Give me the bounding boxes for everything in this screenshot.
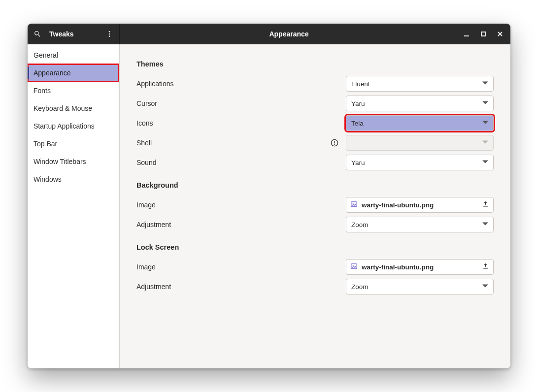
row-cursor: Cursor Yaru	[136, 94, 494, 113]
row-label: Image	[136, 201, 323, 209]
chevron-down-icon	[482, 139, 488, 147]
combo-value: Yaru	[351, 100, 482, 107]
svg-point-0	[109, 31, 110, 33]
chevron-down-icon	[482, 80, 488, 88]
svg-rect-8	[334, 141, 335, 143]
image-icon	[350, 200, 358, 209]
background-image-chooser[interactable]: warty-final-ubuntu.png	[346, 197, 494, 213]
row-label: Adjustment	[136, 283, 323, 291]
sidebar-item-label: Appearance	[34, 69, 71, 77]
icons-theme-combo[interactable]: Tela	[346, 115, 494, 131]
svg-point-14	[353, 265, 354, 266]
row-lock-image: Image warty-final-ubuntu.png	[136, 257, 494, 277]
svg-point-1	[109, 33, 110, 35]
sidebar-item-keyboard-mouse[interactable]: Keyboard & Mouse	[28, 99, 119, 117]
file-name: warty-final-ubuntu.png	[362, 201, 478, 209]
sidebar-item-label: Window Titlebars	[34, 158, 86, 165]
tweaks-window: Tweaks Appearance General Appearance Fon…	[28, 24, 510, 368]
row-label: Shell	[136, 139, 323, 147]
svg-rect-9	[334, 144, 335, 145]
chevron-down-icon	[482, 120, 488, 127]
window-controls	[458, 24, 510, 44]
row-icons: Icons Tela	[136, 113, 494, 133]
sidebar-item-label: General	[34, 51, 58, 59]
kebab-icon	[105, 30, 113, 38]
section-title-lockscreen: Lock Screen	[136, 243, 494, 251]
sidebar-item-top-bar[interactable]: Top Bar	[28, 135, 119, 153]
search-button[interactable]	[28, 24, 47, 44]
shell-theme-combo	[346, 135, 494, 151]
sidebar-item-label: Windows	[34, 175, 62, 183]
sidebar-item-fonts[interactable]: Fonts	[28, 82, 119, 99]
row-label: Applications	[136, 80, 323, 88]
maximize-icon	[480, 31, 487, 37]
row-bg-adjustment: Adjustment Zoom	[136, 215, 494, 234]
shell-warning[interactable]	[329, 139, 340, 147]
row-sound: Sound Yaru	[136, 153, 494, 172]
sidebar-item-window-titlebars[interactable]: Window Titlebars	[28, 153, 119, 170]
chevron-down-icon	[482, 100, 488, 107]
headerbar: Tweaks Appearance	[28, 24, 510, 44]
combo-value: Zoom	[351, 221, 482, 229]
background-adjustment-combo[interactable]: Zoom	[346, 217, 494, 232]
minimize-icon	[463, 31, 470, 37]
search-icon	[34, 30, 41, 38]
row-applications: Applications Fluent	[136, 74, 494, 94]
svg-rect-15	[483, 268, 488, 268]
row-bg-image: Image warty-final-ubuntu.png	[136, 195, 494, 215]
svg-rect-4	[481, 32, 485, 36]
chevron-down-icon	[482, 221, 488, 229]
combo-value: Tela	[351, 120, 482, 127]
page-title: Appearance	[120, 24, 458, 44]
sound-theme-combo[interactable]: Yaru	[346, 155, 494, 170]
combo-value: Zoom	[351, 283, 482, 291]
row-label: Image	[136, 263, 323, 271]
minimize-button[interactable]	[458, 24, 475, 44]
sidebar-item-label: Startup Applications	[34, 122, 95, 130]
svg-point-11	[353, 203, 354, 204]
image-icon	[350, 262, 358, 271]
row-label: Sound	[136, 159, 323, 166]
row-label: Cursor	[136, 99, 323, 107]
chevron-down-icon	[482, 159, 488, 166]
body: General Appearance Fonts Keyboard & Mous…	[28, 44, 510, 368]
warning-icon	[331, 139, 338, 147]
sidebar-item-general[interactable]: General	[28, 46, 119, 64]
app-title: Tweaks	[47, 30, 100, 38]
section-title-themes: Themes	[136, 60, 494, 68]
sidebar-item-windows[interactable]: Windows	[28, 170, 119, 188]
upload-icon	[482, 200, 489, 209]
file-name: warty-final-ubuntu.png	[362, 263, 478, 271]
svg-rect-12	[483, 206, 488, 206]
lockscreen-adjustment-combo[interactable]: Zoom	[346, 279, 494, 294]
close-button[interactable]	[492, 24, 508, 44]
combo-value: Yaru	[351, 159, 482, 166]
row-shell: Shell	[136, 133, 494, 153]
sidebar-item-appearance[interactable]: Appearance	[28, 64, 119, 82]
section-title-background: Background	[136, 181, 494, 189]
applications-theme-combo[interactable]: Fluent	[346, 76, 494, 92]
headerbar-left: Tweaks	[28, 24, 120, 44]
content: Themes Applications Fluent Cursor Yaru I…	[120, 44, 510, 368]
close-icon	[497, 31, 504, 37]
sidebar-item-label: Fonts	[34, 87, 51, 95]
svg-point-2	[109, 35, 110, 37]
lockscreen-image-chooser[interactable]: warty-final-ubuntu.png	[346, 259, 494, 275]
row-label: Adjustment	[136, 221, 323, 229]
sidebar-item-label: Top Bar	[34, 140, 57, 148]
row-label: Icons	[136, 119, 323, 127]
row-lock-adjustment: Adjustment Zoom	[136, 277, 494, 296]
sidebar: General Appearance Fonts Keyboard & Mous…	[28, 44, 120, 368]
cursor-theme-combo[interactable]: Yaru	[346, 96, 494, 111]
upload-icon	[482, 262, 489, 271]
sidebar-item-startup-apps[interactable]: Startup Applications	[28, 117, 119, 135]
menu-button[interactable]	[100, 24, 119, 44]
maximize-button[interactable]	[475, 24, 492, 44]
sidebar-item-label: Keyboard & Mouse	[34, 104, 92, 112]
chevron-down-icon	[482, 283, 488, 291]
combo-value: Fluent	[351, 80, 482, 88]
